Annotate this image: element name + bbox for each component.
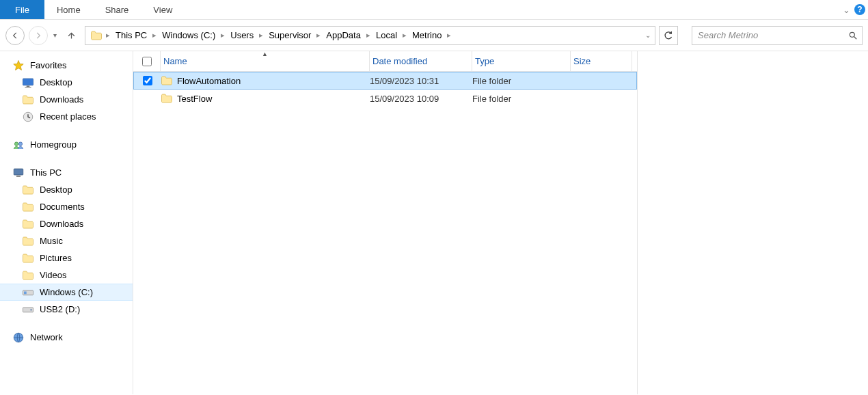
sort-ascending-icon: ▲ (262, 51, 268, 57)
sidebar-label: Network (30, 332, 63, 342)
sidebar-label: Favorites (30, 60, 66, 70)
column-label: Date modified (372, 56, 427, 66)
chevron-right-icon[interactable]: ▸ (150, 31, 159, 40)
recent-icon (22, 111, 34, 123)
sidebar-label: Homegroup (30, 139, 77, 150)
ribbon-expand-icon[interactable]: ⌄ (843, 5, 850, 15)
address-dropdown-icon[interactable]: ⌄ (641, 31, 655, 39)
breadcrumb-supervisor[interactable]: Supervisor (266, 30, 314, 40)
file-listing: Name ▲ Date modified Type Size FlowAutom… (133, 51, 868, 394)
sidebar-recent-places[interactable]: Recent places (0, 108, 133, 125)
chevron-right-icon[interactable]: ▸ (314, 31, 323, 40)
sidebar-pc-documents[interactable]: Documents (0, 198, 133, 215)
folder-icon (22, 252, 34, 264)
nav-forward-button[interactable] (29, 26, 48, 45)
row-name: FlowAutomation (177, 76, 241, 86)
folder-icon (22, 235, 34, 247)
column-header-size[interactable]: Size (571, 51, 632, 71)
menu-view[interactable]: View (141, 0, 185, 19)
folder-icon (161, 74, 173, 87)
folder-icon (22, 218, 34, 230)
sidebar-pc-usb2-d[interactable]: USB2 (D:) (0, 301, 133, 318)
search-box[interactable] (692, 26, 863, 45)
row-type: File folder (472, 94, 571, 104)
star-icon (12, 59, 25, 72)
address-bar[interactable]: ▸ This PC ▸ Windows (C:) ▸ Users ▸ Super… (85, 26, 655, 45)
sidebar-label: Videos (40, 270, 67, 280)
chevron-right-icon[interactable]: ▸ (444, 31, 454, 40)
sidebar-label: Music (40, 236, 63, 246)
nav-up-button[interactable] (62, 30, 81, 40)
sidebar-pc-downloads[interactable]: Downloads (0, 215, 133, 232)
search-icon[interactable] (848, 31, 858, 40)
chevron-right-icon[interactable]: ▸ (400, 31, 409, 40)
breadcrumb-appdata[interactable]: AppData (323, 30, 364, 40)
row-checkbox[interactable] (143, 76, 152, 85)
breadcrumb-users[interactable]: Users (228, 30, 256, 40)
menu-file[interactable]: File (0, 0, 44, 19)
breadcrumb-windows-c[interactable]: Windows (C:) (159, 30, 218, 40)
pc-icon (12, 167, 25, 179)
sidebar-pc-music[interactable]: Music (0, 232, 133, 249)
sidebar-pc-desktop[interactable]: Desktop (0, 181, 133, 198)
history-dropdown-icon[interactable]: ▾ (52, 31, 58, 39)
help-icon[interactable]: ? (854, 4, 865, 15)
breadcrumb-local[interactable]: Local (373, 30, 400, 40)
folder-icon (22, 94, 34, 106)
chevron-right-icon[interactable]: ▸ (256, 31, 266, 40)
column-header-checkbox[interactable] (133, 51, 161, 71)
sidebar-label: Recent places (40, 111, 96, 122)
folder-icon (22, 201, 34, 213)
folder-icon (161, 92, 173, 105)
select-all-checkbox[interactable] (142, 57, 152, 66)
row-date: 15/09/2023 10:31 (370, 76, 472, 86)
column-label: Type (475, 56, 494, 66)
desktop-icon (22, 77, 34, 89)
sidebar-pc-pictures[interactable]: Pictures (0, 249, 133, 267)
sidebar-favorites[interactable]: Favorites (0, 57, 133, 74)
folder-icon (90, 29, 103, 42)
column-header-type[interactable]: Type (472, 51, 571, 71)
menu-share[interactable]: Share (93, 0, 141, 19)
column-label: Name (163, 56, 187, 66)
table-row[interactable]: FlowAutomation 15/09/2023 10:31 File fol… (133, 72, 637, 90)
usb-icon (22, 303, 34, 316)
refresh-button[interactable] (659, 26, 678, 45)
menu-home[interactable]: Home (44, 0, 93, 19)
drive-icon (22, 286, 34, 299)
sidebar-label: Downloads (40, 219, 83, 229)
folder-icon (22, 184, 34, 196)
folder-icon (22, 269, 34, 282)
address-bar-row: ▾ ▸ This PC ▸ Windows (C:) ▸ Users ▸ Sup… (0, 20, 868, 51)
sidebar-label: Documents (40, 202, 85, 212)
row-name: TestFlow (177, 94, 212, 104)
navigation-pane: Favorites Desktop Downloads Recent place… (0, 51, 133, 394)
search-input[interactable] (696, 29, 848, 41)
sidebar-pc-windows-c[interactable]: Windows (C:) (0, 284, 133, 301)
sidebar-pc-videos[interactable]: Videos (0, 267, 133, 284)
chevron-right-icon[interactable]: ▸ (364, 31, 373, 40)
row-date: 15/09/2023 10:09 (370, 94, 472, 104)
sidebar-this-pc[interactable]: This PC (0, 164, 133, 181)
sidebar-label: Pictures (40, 253, 72, 263)
chevron-right-icon[interactable]: ▸ (106, 31, 113, 40)
breadcrumb-this-pc[interactable]: This PC (113, 30, 150, 40)
table-row[interactable]: TestFlow 15/09/2023 10:09 File folder (133, 90, 637, 107)
homegroup-icon (12, 139, 25, 151)
sidebar-label: Desktop (40, 185, 72, 195)
sidebar-label: Windows (C:) (40, 287, 93, 297)
column-header-name[interactable]: Name ▲ (161, 51, 370, 71)
column-label: Size (573, 56, 591, 66)
sidebar-network[interactable]: Network (0, 329, 133, 346)
row-type: File folder (472, 76, 571, 86)
chevron-right-icon[interactable]: ▸ (218, 31, 228, 40)
sidebar-homegroup[interactable]: Homegroup (0, 136, 133, 153)
nav-back-button[interactable] (5, 26, 25, 45)
breadcrumb-metrino[interactable]: Metrino (409, 30, 444, 40)
menu-bar: File Home Share View ⌄ ? (0, 0, 868, 20)
network-icon (12, 331, 25, 344)
sidebar-label: USB2 (D:) (40, 304, 80, 314)
sidebar-desktop[interactable]: Desktop (0, 74, 133, 91)
column-header-date[interactable]: Date modified (370, 51, 472, 71)
sidebar-downloads[interactable]: Downloads (0, 91, 133, 108)
